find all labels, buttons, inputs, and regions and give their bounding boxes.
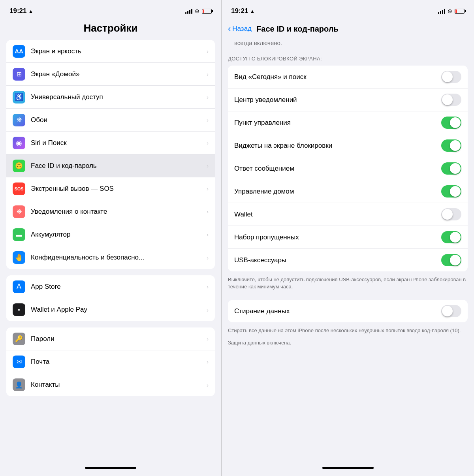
chevron-contact-notify: ›: [207, 208, 209, 215]
label-erase-data: Стирание данных: [234, 307, 441, 315]
label-control-center: Пункт управления: [234, 119, 441, 127]
row-sos[interactable]: SOS Экстренный вызов — SOS ›: [6, 177, 215, 200]
right-panel: 19:21 ▲ ⊜ ‹ Назад Face ID и код-пароль в…: [221, 0, 474, 476]
label-display: Экран и яркость: [31, 47, 203, 55]
row-display[interactable]: AA Экран и яркость ›: [6, 40, 215, 63]
icon-contacts: 👤: [13, 378, 25, 391]
row-homescreen[interactable]: ⊞ Экран «Домой» ›: [6, 63, 215, 86]
label-passwords: Пароли: [31, 335, 203, 343]
chevron-wallpaper: ›: [207, 117, 209, 123]
settings-group-store: A App Store › ▪ Wallet и Apple Pay ›: [6, 275, 215, 321]
toggle-row-notification-center: Центр уведомлений: [228, 88, 468, 111]
icon-homescreen: ⊞: [13, 68, 25, 81]
toggle-control-center[interactable]: [441, 117, 461, 129]
label-appstore: App Store: [31, 283, 203, 291]
toggle-knob-erase-data: [442, 306, 453, 316]
icon-display: AA: [13, 45, 25, 58]
icon-battery: ▬: [13, 228, 25, 241]
label-usb: USB-аксессуары: [234, 256, 441, 264]
toggle-notification-center[interactable]: [441, 94, 461, 106]
label-contact-notify: Уведомления о контакте: [31, 208, 203, 216]
icon-contact-notify: ❋: [13, 205, 25, 218]
toggle-knob-reply-message: [450, 163, 461, 174]
row-wallpaper[interactable]: ❋ Обои ›: [6, 109, 215, 132]
chevron-battery: ›: [207, 231, 209, 238]
back-chevron: ‹: [228, 24, 231, 34]
row-contact-notify[interactable]: ❋ Уведомления о контакте ›: [6, 200, 215, 223]
toggle-knob-today-view: [442, 71, 453, 82]
label-homescreen: Экран «Домой»: [31, 70, 203, 78]
erase-note2: Защита данных включена.: [222, 339, 474, 351]
right-time: 19:21 ▲: [231, 7, 255, 15]
right-status-bar: 19:21 ▲ ⊜: [222, 0, 474, 20]
toggle-erase-data[interactable]: [441, 305, 461, 317]
left-time-text: 19:21: [9, 7, 26, 15]
left-status-icons: ⊜: [185, 8, 212, 14]
chevron-sos: ›: [207, 185, 209, 192]
toggle-row-usb: USB-аксессуары: [228, 249, 468, 271]
toggle-missed-calls[interactable]: [441, 231, 461, 243]
icon-mail: ✉: [13, 356, 25, 368]
toggle-knob-missed-calls: [450, 232, 461, 243]
toggle-knob-lock-widgets: [450, 140, 461, 151]
settings-group-display: AA Экран и яркость › ⊞ Экран «Домой» › ♿…: [6, 40, 215, 269]
chevron-appstore: ›: [207, 283, 209, 290]
chevron-contacts: ›: [207, 382, 209, 388]
back-label: Назад: [232, 25, 252, 33]
toggle-wallet[interactable]: [441, 208, 461, 220]
row-accessibility[interactable]: ♿ Универсальный доступ ›: [6, 86, 215, 109]
signal-bars-left: [185, 8, 192, 14]
erase-group: Стирание данных: [228, 300, 468, 322]
toggle-row-today-view: Вид «Сегодня» и поиск: [228, 66, 468, 88]
icon-faceid: 🙃: [13, 160, 25, 172]
label-notification-center: Центр уведомлений: [234, 96, 441, 104]
label-privacy: Конфиденциальность и безопасно...: [31, 254, 203, 262]
row-battery[interactable]: ▬ Аккумулятор ›: [6, 223, 215, 246]
toggle-group-lockscreen: Вид «Сегодня» и поиск Центр уведомлений …: [228, 66, 468, 271]
label-missed-calls: Набор пропущенных: [234, 233, 441, 241]
toggle-row-missed-calls: Набор пропущенных: [228, 226, 468, 249]
row-siri[interactable]: ◉ Siri и Поиск ›: [6, 132, 215, 154]
icon-sos: SOS: [13, 182, 25, 195]
right-header: ‹ Назад Face ID и код-пароль: [222, 20, 474, 39]
toggle-knob-notification-center: [442, 94, 453, 105]
toggle-reply-message[interactable]: [441, 162, 461, 175]
toggle-row-reply-message: Ответ сообщением: [228, 157, 468, 180]
battery-icon-right: [455, 9, 465, 14]
label-wallet: Wallet и Apple Pay: [31, 306, 203, 314]
section-label-lockscreen: ДОСТУП С БЛОКИРОВКОЙ ЭКРАНА:: [228, 51, 468, 64]
row-appstore[interactable]: A App Store ›: [6, 275, 215, 298]
wifi-icon-left: ⊜: [195, 8, 199, 14]
chevron-accessibility: ›: [207, 94, 209, 100]
location-icon-left: ▲: [28, 8, 33, 14]
row-privacy[interactable]: 🤚 Конфиденциальность и безопасно... ›: [6, 246, 215, 269]
toggle-knob-wallet: [442, 209, 453, 220]
battery-icon-left: [202, 9, 212, 14]
toggle-lock-widgets[interactable]: [441, 139, 461, 152]
settings-title: Настройки: [0, 20, 221, 40]
row-wallet[interactable]: ▪ Wallet и Apple Pay ›: [6, 298, 215, 321]
right-page-title: Face ID и код-пароль: [256, 24, 339, 34]
toggle-home-control[interactable]: [441, 185, 461, 198]
icon-accessibility: ♿: [13, 91, 25, 103]
toggle-row-control-center: Пункт управления: [228, 111, 468, 134]
chevron-homescreen: ›: [207, 71, 209, 77]
toggle-row-lock-widgets: Виджеты на экране блокировки: [228, 134, 468, 157]
erase-note1: Стирать все данные на этом iPhone после …: [222, 324, 474, 339]
row-contacts[interactable]: 👤 Контакты ›: [6, 373, 215, 396]
label-faceid: Face ID и код-пароль: [31, 162, 203, 170]
location-icon-right: ▲: [250, 8, 255, 14]
toggle-usb[interactable]: [441, 254, 461, 266]
chevron-privacy: ›: [207, 254, 209, 261]
back-button[interactable]: ‹ Назад: [228, 24, 252, 34]
label-lock-widgets: Виджеты на экране блокировки: [234, 142, 441, 150]
row-faceid[interactable]: 🙃 Face ID и код-пароль ›: [6, 154, 215, 177]
row-mail[interactable]: ✉ Почта ›: [6, 350, 215, 373]
label-battery: Аккумулятор: [31, 231, 203, 239]
chevron-mail: ›: [207, 358, 209, 365]
home-indicator-left: [85, 467, 136, 469]
toggle-today-view[interactable]: [441, 71, 461, 83]
row-passwords[interactable]: 🔑 Пароли ›: [6, 327, 215, 350]
label-home-control: Управление домом: [234, 188, 441, 196]
home-indicator-right: [322, 467, 374, 469]
